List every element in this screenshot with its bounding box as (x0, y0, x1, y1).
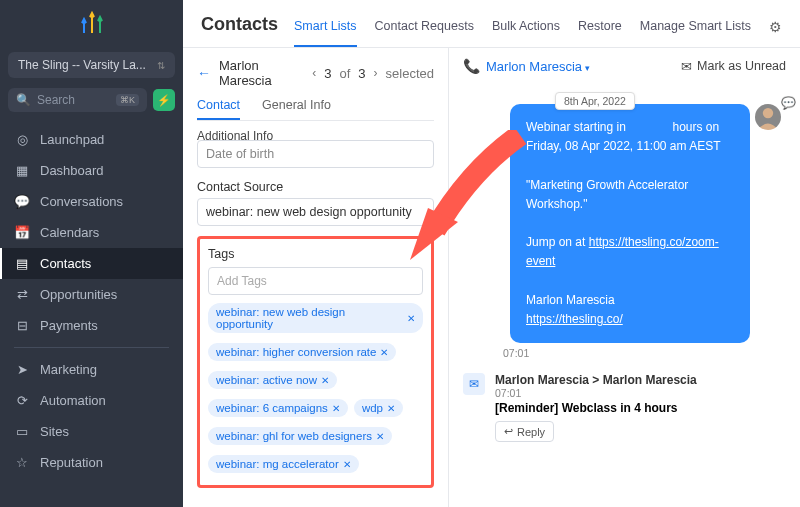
dashboard-icon: ▦ (14, 163, 30, 178)
sidebar-item-label: Sites (40, 424, 69, 439)
chat-icon: 💬 (781, 96, 795, 110)
sidebar-item-conversations[interactable]: 💬Conversations (0, 186, 183, 217)
sidebar-item-label: Automation (40, 393, 106, 408)
reply-arrow-icon: ↩ (504, 425, 513, 438)
sidebar-item-label: Contacts (40, 256, 91, 271)
message-bubble: Webinar starting in hours on Friday, 08 … (510, 104, 750, 343)
avatar: 💬 (755, 104, 781, 130)
sidebar-item-contacts[interactable]: ▤Contacts (0, 248, 183, 279)
email-from: Marlon Marescia > Marlon Marescia (495, 373, 697, 387)
reputation-icon: ☆ (14, 455, 30, 470)
phone-icon[interactable]: 📞 (463, 58, 480, 74)
tag-label: webinar: 6 campaigns (216, 402, 328, 414)
sidebar-item-label: Dashboard (40, 163, 104, 178)
sites-icon: ▭ (14, 424, 30, 439)
email-icon: ✉ (463, 373, 485, 395)
back-arrow-icon[interactable]: ← (197, 65, 211, 81)
email-subject: [Reminder] Webclass in 4 hours (495, 401, 697, 415)
sidebar-item-label: Reputation (40, 455, 103, 470)
subtab-contact[interactable]: Contact (197, 98, 240, 120)
tag-label: webinar: new web design opportunity (216, 306, 403, 330)
tag-pill[interactable]: webinar: ghl for web designers✕ (208, 427, 392, 445)
sidebar-item-automation[interactable]: ⟳Automation (0, 385, 183, 416)
tags-input[interactable]: Add Tags (208, 267, 423, 295)
sidebar-item-payments[interactable]: ⊟Payments (0, 310, 183, 341)
tags-label: Tags (208, 247, 423, 261)
tab-contact-requests[interactable]: Contact Requests (375, 19, 474, 47)
sidebar-item-calendars[interactable]: 📅Calendars (0, 217, 183, 248)
tag-label: webinar: active now (216, 374, 317, 386)
tag-remove-icon[interactable]: ✕ (343, 459, 351, 470)
tag-pill[interactable]: webinar: mg accelerator✕ (208, 455, 359, 473)
sidebar-item-opportunities[interactable]: ⇄Opportunities (0, 279, 183, 310)
tags-section: Tags Add Tags webinar: new web design op… (197, 236, 434, 488)
mark-unread-button[interactable]: ✉ Mark as Unread (681, 59, 786, 74)
sidebar-item-label: Conversations (40, 194, 123, 209)
tab-bulk-actions[interactable]: Bulk Actions (492, 19, 560, 47)
search-input[interactable]: 🔍 Search ⌘K (8, 88, 147, 112)
calendars-icon: 📅 (14, 225, 30, 240)
tag-remove-icon[interactable]: ✕ (407, 313, 415, 324)
search-placeholder: Search (37, 93, 110, 107)
launchpad-icon: ◎ (14, 132, 30, 147)
tag-remove-icon[interactable]: ✕ (332, 403, 340, 414)
pager-next[interactable]: › (374, 66, 378, 80)
tag-remove-icon[interactable]: ✕ (380, 347, 388, 358)
dob-input[interactable]: Date of birth (197, 140, 434, 168)
marketing-icon: ➤ (14, 362, 30, 377)
search-icon: 🔍 (16, 93, 31, 107)
app-logo (0, 0, 183, 48)
opportunities-icon: ⇄ (14, 287, 30, 302)
tag-remove-icon[interactable]: ✕ (321, 375, 329, 386)
subtab-general-info[interactable]: General Info (262, 98, 331, 120)
tag-label: webinar: mg accelerator (216, 458, 339, 470)
sidebar-item-label: Launchpad (40, 132, 104, 147)
page-title: Contacts (201, 14, 278, 47)
tag-label: webinar: higher conversion rate (216, 346, 376, 358)
tag-pill[interactable]: webinar: active now✕ (208, 371, 337, 389)
payments-icon: ⊟ (14, 318, 30, 333)
contacts-icon: ▤ (14, 256, 30, 271)
workspace-name: The Sling -- Varsity La... (18, 58, 146, 72)
message-time: 07:01 (503, 347, 786, 359)
gear-icon[interactable]: ⚙ (769, 19, 782, 47)
tab-smart-lists[interactable]: Smart Lists (294, 19, 357, 47)
sidebar-item-label: Marketing (40, 362, 97, 377)
sidebar-item-dashboard[interactable]: ▦Dashboard (0, 155, 183, 186)
contact-name: Marlon Marescia (219, 58, 304, 88)
tab-manage-smart-lists[interactable]: Manage Smart Lists (640, 19, 751, 47)
sidebar-item-launchpad[interactable]: ◎Launchpad (0, 124, 183, 155)
site-link[interactable]: https://thesling.co/ (526, 312, 623, 326)
date-badge: 8th Apr, 2022 (555, 92, 635, 110)
chevron-updown-icon: ⇅ (157, 60, 165, 71)
automation-icon: ⟳ (14, 393, 30, 408)
email-time: 07:01 (495, 387, 697, 399)
search-kbd: ⌘K (116, 94, 139, 106)
workspace-selector[interactable]: The Sling -- Varsity La... ⇅ (8, 52, 175, 78)
conversations-icon: 💬 (14, 194, 30, 209)
tag-label: webinar: ghl for web designers (216, 430, 372, 442)
sidebar-item-label: Calendars (40, 225, 99, 240)
reply-button[interactable]: ↩Reply (495, 421, 554, 442)
contact-pager: ← Marlon Marescia ‹ 3 of 3 › selected (197, 58, 434, 88)
tag-pill[interactable]: webinar: 6 campaigns✕ (208, 399, 348, 417)
conversation-contact[interactable]: Marlon Marescia (486, 59, 590, 74)
pager-prev[interactable]: ‹ (312, 66, 316, 80)
sidebar-item-label: Payments (40, 318, 98, 333)
quick-action-button[interactable]: ⚡ (153, 89, 175, 111)
envelope-icon: ✉ (681, 59, 692, 74)
tag-pill[interactable]: webinar: higher conversion rate✕ (208, 343, 396, 361)
tag-remove-icon[interactable]: ✕ (387, 403, 395, 414)
tab-restore[interactable]: Restore (578, 19, 622, 47)
sidebar-item-marketing[interactable]: ➤Marketing (0, 354, 183, 385)
tag-pill[interactable]: wdp✕ (354, 399, 403, 417)
sidebar-item-reputation[interactable]: ☆Reputation (0, 447, 183, 478)
sidebar-item-sites[interactable]: ▭Sites (0, 416, 183, 447)
sidebar-item-label: Opportunities (40, 287, 117, 302)
contact-source-label: Contact Source (197, 180, 434, 194)
tag-pill[interactable]: webinar: new web design opportunity✕ (208, 303, 423, 333)
tag-remove-icon[interactable]: ✕ (376, 431, 384, 442)
tag-label: wdp (362, 402, 383, 414)
contact-source-input[interactable]: webinar: new web design opportunity (197, 198, 434, 226)
